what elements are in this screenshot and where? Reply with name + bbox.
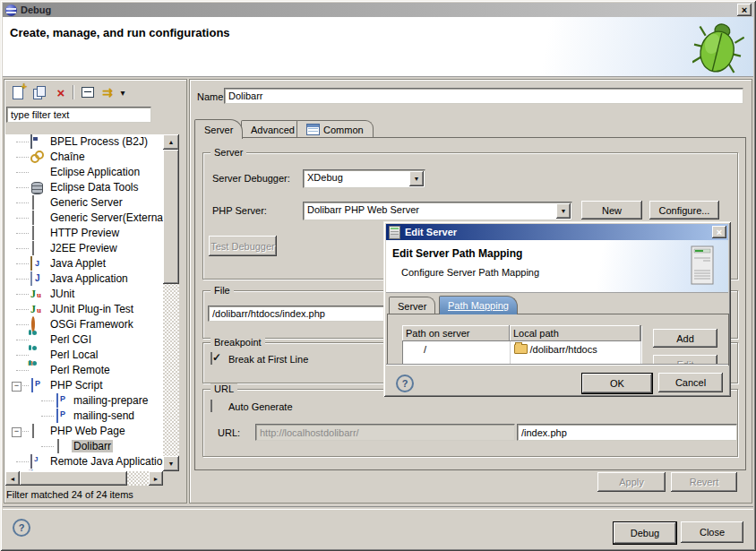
dialog-footer: OK Cancel <box>386 365 728 394</box>
tree-item[interactable]: BPEL Process (B2J) <box>5 134 163 150</box>
tree-item[interactable]: Chaîne <box>5 150 163 165</box>
filter-input[interactable] <box>6 107 151 123</box>
dialog-header-title: Edit Server Path Mapping <box>392 247 522 260</box>
hscroll-thumb[interactable] <box>20 471 127 486</box>
edit-server-dialog: Edit Server Edit Server Path Mapping Con… <box>383 221 731 397</box>
break-first-line-label: Break at First Line <box>228 354 308 365</box>
server-icon <box>32 241 34 255</box>
scroll-up-icon[interactable]: ▲ <box>163 134 179 150</box>
tree-item[interactable]: Eclipse Application <box>5 165 163 180</box>
page-title: Create, manage, and run configurations <box>10 26 230 39</box>
server-tower-icon <box>689 245 716 285</box>
tree-item[interactable]: Generic Server <box>5 195 163 211</box>
tree-item[interactable]: PHP Script <box>5 378 163 393</box>
server-group-title: Server <box>210 147 246 158</box>
apply-button[interactable]: Apply <box>597 472 666 492</box>
chevron-down-icon[interactable] <box>409 171 424 186</box>
collapse-toggle[interactable] <box>12 382 21 392</box>
url-label: URL: <box>218 427 240 438</box>
tab-common[interactable]: Common <box>296 120 374 138</box>
break-first-line-checkbox[interactable] <box>210 352 212 365</box>
auto-generate-checkbox[interactable] <box>210 400 212 412</box>
server-icon <box>32 424 34 438</box>
server-icon <box>57 439 59 453</box>
tree-item[interactable]: RPerl Remote <box>5 363 163 378</box>
tree-item[interactable]: Remote Java Application <box>5 454 163 469</box>
configurations-panel: BPEL Process (B2J) Chaîne Eclipse Applic… <box>4 79 187 504</box>
tree-item[interactable]: Java Application <box>5 271 163 287</box>
tree-item[interactable]: J2EE Preview <box>5 241 163 256</box>
tree-item[interactable]: PHP Web Page <box>5 424 163 439</box>
dialog-close-icon[interactable] <box>712 226 726 238</box>
breakpoint-group-title: Breakpoint <box>210 337 265 348</box>
tree-item[interactable]: Java Applet <box>5 256 163 271</box>
column-local-path[interactable]: Local path <box>510 325 640 341</box>
collapse-all-button[interactable] <box>78 83 98 101</box>
tree-item[interactable]: JUnit <box>5 287 163 302</box>
revert-button[interactable]: Revert <box>671 472 737 492</box>
titlebar[interactable]: Debug <box>3 3 753 17</box>
cancel-button[interactable]: Cancel <box>658 373 723 392</box>
php-icon <box>31 378 33 392</box>
scroll-left-icon[interactable]: ◄ <box>5 471 20 486</box>
new-server-button[interactable]: New <box>581 201 642 220</box>
scroll-right-icon[interactable]: ► <box>149 471 163 486</box>
tree-item-selected[interactable]: Dolibarr <box>5 439 163 454</box>
duplicate-icon <box>33 86 46 99</box>
server-debugger-select[interactable]: XDebug <box>303 169 425 188</box>
configure-button[interactable]: Configure... <box>649 201 719 220</box>
dialog-header-subtitle: Configure Server Path Mapping <box>401 267 539 278</box>
scroll-down-icon[interactable]: ▼ <box>163 456 179 471</box>
tree-item[interactable]: mailing-send <box>5 409 163 424</box>
dialog-titlebar[interactable]: Edit Server <box>386 224 728 240</box>
url-base-input <box>255 424 515 441</box>
dialog-tab-path-mapping[interactable]: Path Mapping <box>439 296 518 314</box>
url-path-input[interactable] <box>517 424 737 441</box>
php-icon <box>56 393 58 408</box>
collapse-toggle[interactable] <box>12 427 21 437</box>
server-debugger-label: Server Debugger: <box>212 173 290 184</box>
new-configuration-button[interactable] <box>8 83 28 101</box>
tab-advanced[interactable]: Advanced <box>241 120 305 138</box>
close-icon[interactable] <box>737 4 752 16</box>
test-debugger-button[interactable]: Test Debugger <box>209 236 277 256</box>
footer-separator <box>3 506 753 510</box>
bpel-process-icon <box>30 134 32 149</box>
delete-button[interactable] <box>51 83 71 101</box>
tree-item[interactable]: Eclipse Data Tools <box>5 180 163 195</box>
help-icon[interactable] <box>13 519 30 537</box>
tree-item[interactable]: mailing-prepare <box>5 393 163 409</box>
php-server-select[interactable]: Dolibarr PHP Web Server <box>303 202 572 220</box>
tree-vscrollbar[interactable]: ▲ ▼ <box>163 134 179 471</box>
vscroll-thumb[interactable] <box>163 150 179 284</box>
debug-button[interactable]: Debug <box>613 521 677 545</box>
name-input[interactable] <box>224 88 743 104</box>
path-mapping-content: Path on server Local path / /dolibarr/ht… <box>387 314 729 366</box>
tree-item[interactable]: HTTP Preview <box>5 226 163 241</box>
path-mapping-table[interactable]: Path on server Local path / /dolibarr/ht… <box>402 325 641 366</box>
filter-button[interactable] <box>98 83 117 101</box>
dialog-tab-server[interactable]: Server <box>389 297 435 314</box>
close-button[interactable]: Close <box>681 521 743 543</box>
php-icon <box>56 409 58 423</box>
tree-hscrollbar[interactable]: ◄ ► <box>5 471 163 486</box>
ok-button[interactable]: OK <box>581 373 653 394</box>
tree-item[interactable]: JUnit Plug-in Test <box>5 302 163 317</box>
chevron-down-icon[interactable] <box>556 203 571 219</box>
tab-server[interactable]: Server <box>194 119 243 139</box>
menu-dropdown-icon[interactable] <box>117 83 128 101</box>
dialog-help-icon[interactable] <box>396 375 414 392</box>
tree-item[interactable]: Generic Server(External La <box>5 211 163 226</box>
name-label: Name: <box>197 91 226 102</box>
new-config-icon <box>13 86 23 99</box>
add-button[interactable]: Add <box>653 329 717 348</box>
java-icon <box>30 271 32 286</box>
database-icon <box>31 182 43 194</box>
column-path-on-server[interactable]: Path on server <box>402 325 510 341</box>
edit-server-icon <box>389 226 400 239</box>
duplicate-button[interactable] <box>30 83 49 101</box>
php-server-label: PHP Server: <box>212 205 267 216</box>
collapse-all-icon <box>82 87 94 98</box>
table-row[interactable]: / /dolibarr/htdocs <box>402 341 640 357</box>
server-icon <box>32 226 34 240</box>
